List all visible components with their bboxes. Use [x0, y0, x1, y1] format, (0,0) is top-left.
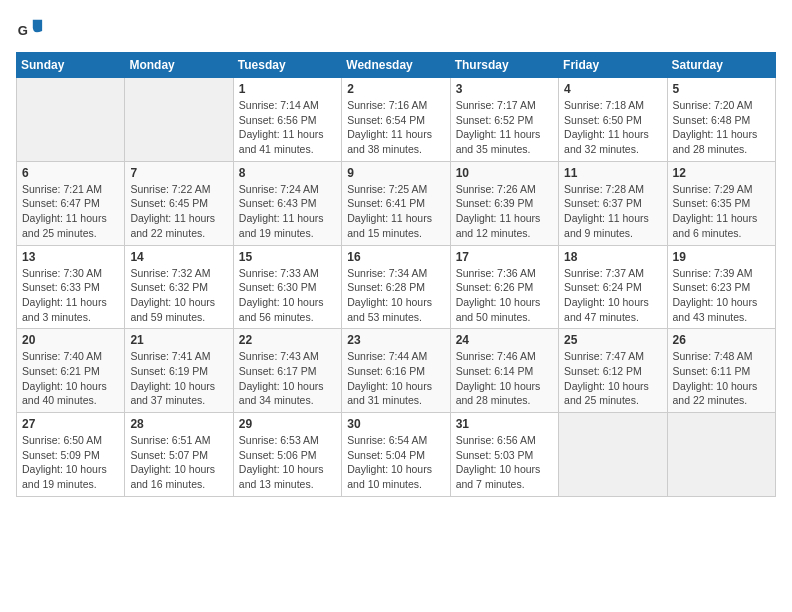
col-header-monday: Monday [125, 53, 233, 78]
day-info: Sunrise: 6:50 AM Sunset: 5:09 PM Dayligh… [22, 433, 119, 492]
calendar-week-3: 13Sunrise: 7:30 AM Sunset: 6:33 PM Dayli… [17, 245, 776, 329]
calendar-cell: 22Sunrise: 7:43 AM Sunset: 6:17 PM Dayli… [233, 329, 341, 413]
calendar-cell: 24Sunrise: 7:46 AM Sunset: 6:14 PM Dayli… [450, 329, 558, 413]
day-info: Sunrise: 7:40 AM Sunset: 6:21 PM Dayligh… [22, 349, 119, 408]
day-info: Sunrise: 7:46 AM Sunset: 6:14 PM Dayligh… [456, 349, 553, 408]
day-info: Sunrise: 7:41 AM Sunset: 6:19 PM Dayligh… [130, 349, 227, 408]
day-number: 6 [22, 166, 119, 180]
day-number: 30 [347, 417, 444, 431]
calendar-cell: 15Sunrise: 7:33 AM Sunset: 6:30 PM Dayli… [233, 245, 341, 329]
calendar-cell: 26Sunrise: 7:48 AM Sunset: 6:11 PM Dayli… [667, 329, 775, 413]
logo-icon: G [16, 16, 44, 44]
day-info: Sunrise: 7:30 AM Sunset: 6:33 PM Dayligh… [22, 266, 119, 325]
day-number: 22 [239, 333, 336, 347]
day-info: Sunrise: 7:29 AM Sunset: 6:35 PM Dayligh… [673, 182, 770, 241]
day-info: Sunrise: 7:37 AM Sunset: 6:24 PM Dayligh… [564, 266, 661, 325]
calendar-cell: 20Sunrise: 7:40 AM Sunset: 6:21 PM Dayli… [17, 329, 125, 413]
calendar-cell: 29Sunrise: 6:53 AM Sunset: 5:06 PM Dayli… [233, 413, 341, 497]
calendar-cell: 10Sunrise: 7:26 AM Sunset: 6:39 PM Dayli… [450, 161, 558, 245]
calendar-cell: 17Sunrise: 7:36 AM Sunset: 6:26 PM Dayli… [450, 245, 558, 329]
day-number: 27 [22, 417, 119, 431]
day-number: 13 [22, 250, 119, 264]
day-info: Sunrise: 7:43 AM Sunset: 6:17 PM Dayligh… [239, 349, 336, 408]
calendar-cell: 5Sunrise: 7:20 AM Sunset: 6:48 PM Daylig… [667, 78, 775, 162]
calendar-week-5: 27Sunrise: 6:50 AM Sunset: 5:09 PM Dayli… [17, 413, 776, 497]
day-info: Sunrise: 7:28 AM Sunset: 6:37 PM Dayligh… [564, 182, 661, 241]
day-info: Sunrise: 7:32 AM Sunset: 6:32 PM Dayligh… [130, 266, 227, 325]
calendar-cell: 4Sunrise: 7:18 AM Sunset: 6:50 PM Daylig… [559, 78, 667, 162]
calendar-cell: 19Sunrise: 7:39 AM Sunset: 6:23 PM Dayli… [667, 245, 775, 329]
day-number: 5 [673, 82, 770, 96]
day-info: Sunrise: 7:47 AM Sunset: 6:12 PM Dayligh… [564, 349, 661, 408]
day-number: 3 [456, 82, 553, 96]
col-header-sunday: Sunday [17, 53, 125, 78]
day-info: Sunrise: 6:54 AM Sunset: 5:04 PM Dayligh… [347, 433, 444, 492]
day-number: 18 [564, 250, 661, 264]
logo: G [16, 16, 48, 44]
day-number: 10 [456, 166, 553, 180]
day-info: Sunrise: 7:16 AM Sunset: 6:54 PM Dayligh… [347, 98, 444, 157]
calendar-cell: 27Sunrise: 6:50 AM Sunset: 5:09 PM Dayli… [17, 413, 125, 497]
calendar-cell: 2Sunrise: 7:16 AM Sunset: 6:54 PM Daylig… [342, 78, 450, 162]
day-info: Sunrise: 7:34 AM Sunset: 6:28 PM Dayligh… [347, 266, 444, 325]
day-number: 21 [130, 333, 227, 347]
day-number: 17 [456, 250, 553, 264]
calendar-cell: 16Sunrise: 7:34 AM Sunset: 6:28 PM Dayli… [342, 245, 450, 329]
day-number: 11 [564, 166, 661, 180]
page-header: G [16, 16, 776, 44]
day-number: 16 [347, 250, 444, 264]
calendar-cell: 31Sunrise: 6:56 AM Sunset: 5:03 PM Dayli… [450, 413, 558, 497]
day-info: Sunrise: 7:25 AM Sunset: 6:41 PM Dayligh… [347, 182, 444, 241]
day-number: 15 [239, 250, 336, 264]
day-info: Sunrise: 7:22 AM Sunset: 6:45 PM Dayligh… [130, 182, 227, 241]
calendar-cell: 7Sunrise: 7:22 AM Sunset: 6:45 PM Daylig… [125, 161, 233, 245]
day-number: 28 [130, 417, 227, 431]
calendar-cell [559, 413, 667, 497]
calendar-cell: 14Sunrise: 7:32 AM Sunset: 6:32 PM Dayli… [125, 245, 233, 329]
day-info: Sunrise: 6:53 AM Sunset: 5:06 PM Dayligh… [239, 433, 336, 492]
calendar-cell [667, 413, 775, 497]
calendar-week-1: 1Sunrise: 7:14 AM Sunset: 6:56 PM Daylig… [17, 78, 776, 162]
day-number: 25 [564, 333, 661, 347]
calendar-table: SundayMondayTuesdayWednesdayThursdayFrid… [16, 52, 776, 497]
calendar-cell: 25Sunrise: 7:47 AM Sunset: 6:12 PM Dayli… [559, 329, 667, 413]
day-info: Sunrise: 7:14 AM Sunset: 6:56 PM Dayligh… [239, 98, 336, 157]
day-number: 23 [347, 333, 444, 347]
day-info: Sunrise: 7:39 AM Sunset: 6:23 PM Dayligh… [673, 266, 770, 325]
day-number: 20 [22, 333, 119, 347]
calendar-cell: 11Sunrise: 7:28 AM Sunset: 6:37 PM Dayli… [559, 161, 667, 245]
day-number: 31 [456, 417, 553, 431]
day-info: Sunrise: 7:18 AM Sunset: 6:50 PM Dayligh… [564, 98, 661, 157]
day-info: Sunrise: 7:36 AM Sunset: 6:26 PM Dayligh… [456, 266, 553, 325]
day-info: Sunrise: 7:26 AM Sunset: 6:39 PM Dayligh… [456, 182, 553, 241]
svg-text:G: G [18, 23, 28, 38]
calendar-cell: 9Sunrise: 7:25 AM Sunset: 6:41 PM Daylig… [342, 161, 450, 245]
calendar-cell: 21Sunrise: 7:41 AM Sunset: 6:19 PM Dayli… [125, 329, 233, 413]
day-number: 29 [239, 417, 336, 431]
calendar-cell: 3Sunrise: 7:17 AM Sunset: 6:52 PM Daylig… [450, 78, 558, 162]
calendar-cell: 1Sunrise: 7:14 AM Sunset: 6:56 PM Daylig… [233, 78, 341, 162]
day-number: 7 [130, 166, 227, 180]
day-number: 8 [239, 166, 336, 180]
day-info: Sunrise: 7:33 AM Sunset: 6:30 PM Dayligh… [239, 266, 336, 325]
col-header-saturday: Saturday [667, 53, 775, 78]
calendar-cell: 12Sunrise: 7:29 AM Sunset: 6:35 PM Dayli… [667, 161, 775, 245]
day-info: Sunrise: 7:44 AM Sunset: 6:16 PM Dayligh… [347, 349, 444, 408]
calendar-cell: 23Sunrise: 7:44 AM Sunset: 6:16 PM Dayli… [342, 329, 450, 413]
calendar-week-2: 6Sunrise: 7:21 AM Sunset: 6:47 PM Daylig… [17, 161, 776, 245]
day-info: Sunrise: 6:56 AM Sunset: 5:03 PM Dayligh… [456, 433, 553, 492]
col-header-friday: Friday [559, 53, 667, 78]
calendar-cell [125, 78, 233, 162]
day-number: 26 [673, 333, 770, 347]
header-row: SundayMondayTuesdayWednesdayThursdayFrid… [17, 53, 776, 78]
day-info: Sunrise: 7:21 AM Sunset: 6:47 PM Dayligh… [22, 182, 119, 241]
day-info: Sunrise: 7:48 AM Sunset: 6:11 PM Dayligh… [673, 349, 770, 408]
day-info: Sunrise: 7:24 AM Sunset: 6:43 PM Dayligh… [239, 182, 336, 241]
day-number: 24 [456, 333, 553, 347]
calendar-cell: 30Sunrise: 6:54 AM Sunset: 5:04 PM Dayli… [342, 413, 450, 497]
col-header-tuesday: Tuesday [233, 53, 341, 78]
day-number: 14 [130, 250, 227, 264]
day-info: Sunrise: 7:20 AM Sunset: 6:48 PM Dayligh… [673, 98, 770, 157]
day-number: 12 [673, 166, 770, 180]
day-number: 4 [564, 82, 661, 96]
